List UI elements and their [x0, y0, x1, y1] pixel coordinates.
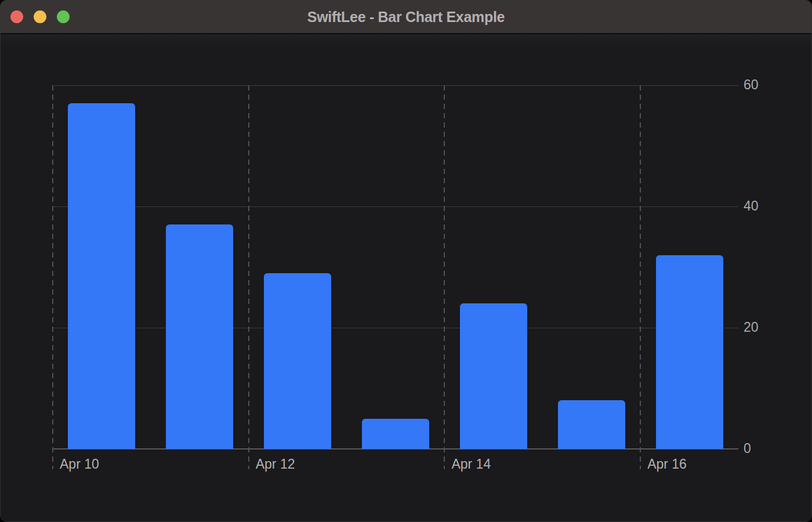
y-tick-label-20: 20 [744, 320, 759, 335]
x-tick-label-apr-14: Apr 14 [451, 456, 491, 472]
x-tick-label-apr-10: Apr 10 [60, 456, 99, 472]
titlebar[interactable]: SwiftLee - Bar Chart Example [1, 1, 811, 34]
bar-apr-13 [362, 419, 429, 449]
app-window: SwiftLee - Bar Chart Example 0204060Apr … [0, 0, 812, 522]
gridline-x-apr-14 [444, 85, 445, 469]
y-tick-label-0: 0 [744, 441, 751, 456]
gridline-x-apr-12 [248, 85, 249, 469]
gridline-y-60 [53, 85, 738, 86]
close-button[interactable] [10, 10, 23, 23]
minimize-button[interactable] [34, 10, 46, 23]
gridline-x-apr-16 [640, 85, 641, 469]
x-tick-label-apr-16: Apr 16 [647, 456, 687, 472]
gridline-x-apr-10 [52, 85, 53, 469]
window-title: SwiftLee - Bar Chart Example [307, 9, 505, 26]
bar-apr-11 [166, 224, 233, 449]
bar-chart: 0204060Apr 10Apr 12Apr 14Apr 16 [1, 34, 811, 521]
bar-apr-14 [460, 303, 527, 449]
traffic-lights [10, 1, 70, 33]
y-tick-label-60: 60 [744, 77, 759, 93]
y-tick-label-40: 40 [744, 198, 759, 214]
bar-apr-12 [264, 273, 331, 449]
zoom-button[interactable] [57, 10, 70, 23]
bar-apr-16 [656, 255, 723, 449]
gridline-y-40 [53, 206, 738, 207]
gridline-y-20 [53, 328, 738, 328]
bar-apr-10 [68, 103, 135, 449]
bar-apr-15 [558, 400, 625, 449]
x-tick-label-apr-12: Apr 12 [256, 456, 295, 472]
